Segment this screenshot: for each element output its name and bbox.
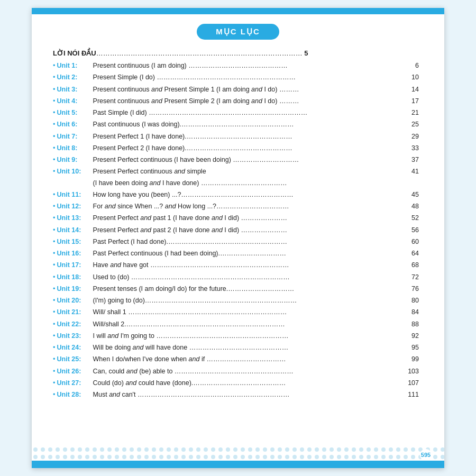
- unit-label: Unit 22:: [57, 319, 93, 330]
- unit-page-number: 64: [411, 248, 419, 259]
- unit-description: Present Simple (I do) …………………………………………………: [93, 72, 410, 83]
- unit-description: Past Simple (I did) ………………………………………………………: [93, 107, 410, 118]
- unit-page-number: 37: [411, 154, 419, 166]
- unit-description: Present Perfect continuous (I have been …: [93, 154, 410, 166]
- page-title: MỤC LỤC: [197, 24, 279, 40]
- bullet-icon: •: [53, 107, 56, 118]
- bullet-icon: •: [53, 295, 56, 306]
- intro-entry: LỜI NÓI ĐẦU………………………………………………………………………………: [53, 49, 419, 57]
- unit-page-number: 99: [411, 354, 419, 365]
- bullet-icon: •: [53, 377, 56, 389]
- unit-list-item: • Unit 20:(I'm) going to (do)………………………………: [53, 295, 419, 306]
- unit-description: Present continuous (I am doing) ………………………: [93, 60, 413, 71]
- unit-page-number: 14: [411, 84, 419, 95]
- unit-description: Have and have got ………………………………………………………: [93, 260, 410, 271]
- unit-label: Unit 14:: [57, 225, 93, 236]
- unit-label: Unit 15:: [57, 236, 93, 248]
- unit-page-number: 29: [411, 131, 419, 142]
- blue-strip: [32, 461, 444, 468]
- unit-description: Present Perfect continuous and simple(I …: [93, 166, 410, 189]
- unit-label: Unit 25:: [57, 354, 93, 365]
- unit-label: Unit 6:: [57, 119, 93, 130]
- bullet-icon: •: [53, 200, 56, 212]
- bullet-icon: •: [53, 365, 56, 377]
- unit-list-item: • Unit 2:Present Simple (I do) …………………………: [53, 71, 419, 83]
- unit-list-item: • Unit 17:Have and have got …………………………………: [53, 259, 419, 271]
- unit-page-number: 56: [411, 225, 419, 236]
- dots-pattern: [32, 446, 444, 461]
- unit-list-item: • Unit 5:Past Simple (I did) ………………………………: [53, 107, 419, 118]
- unit-description: Present Perfect 1 (I have done).………………………: [93, 131, 410, 142]
- unit-label: Unit 19:: [57, 283, 93, 295]
- unit-page-number: 76: [411, 283, 419, 295]
- unit-list-item: • Unit 1:Present continuous (I am doing)…: [53, 60, 419, 71]
- unit-page-number: 107: [408, 378, 419, 389]
- bullet-icon: •: [53, 248, 56, 259]
- unit-list-item: • Unit 14:Present Perfect and past 2 (I …: [53, 224, 419, 236]
- bottom-decoration: [32, 446, 444, 468]
- unit-page-number: 68: [411, 260, 419, 271]
- unit-list-item: • Unit 9:Present Perfect continuous (I h…: [53, 154, 419, 166]
- unit-page-number: 95: [411, 342, 419, 353]
- intro-page: 5: [304, 49, 308, 57]
- intro-dots: ………………………………………………………………………………: [96, 49, 303, 57]
- unit-label: Unit 10:: [57, 166, 93, 177]
- bullet-icon: •: [53, 154, 56, 166]
- bullet-icon: •: [53, 60, 56, 71]
- unit-label: Unit 13:: [57, 213, 93, 224]
- unit-label: Unit 2:: [57, 72, 93, 83]
- unit-label: Unit 18:: [57, 272, 93, 283]
- unit-page-number: 103: [408, 366, 419, 377]
- unit-page-number: 6: [415, 60, 419, 71]
- unit-description: For and since When ...? and How long ...…: [93, 201, 410, 212]
- bullet-icon: •: [53, 84, 56, 95]
- unit-description: Used to (do) ………………………………………………………………: [93, 272, 410, 283]
- unit-label: Unit 20:: [57, 295, 93, 306]
- unit-list-item: • Unit 12:For and since When ...? and Ho…: [53, 200, 419, 212]
- bullet-icon: •: [53, 189, 56, 200]
- unit-label: Unit 9:: [57, 154, 93, 166]
- unit-list-item: • Unit 18:Used to (do) ………………………………………………: [53, 271, 419, 283]
- unit-page-number: 10: [411, 72, 419, 83]
- unit-page-number: 88: [411, 319, 419, 330]
- bullet-icon: •: [53, 131, 56, 142]
- unit-list-item: • Unit 21:Will/ shall 1 ……………………………………………: [53, 306, 419, 318]
- unit-page-number: 72: [411, 272, 419, 283]
- unit-list: • Unit 1:Present continuous (I am doing)…: [53, 60, 419, 400]
- bullet-icon: •: [53, 259, 56, 271]
- unit-list-item: • Unit 11:How long have you (been) ...?……: [53, 189, 419, 200]
- unit-label: Unit 16:: [57, 248, 93, 259]
- unit-description: I will and I'm going to ……………………………………………: [93, 331, 410, 342]
- unit-list-item: • Unit 7:Present Perfect 1 (I have done)…: [53, 131, 419, 142]
- unit-description: Must and can't ……………………………………………………………: [93, 389, 406, 400]
- bullet-icon: •: [53, 118, 56, 130]
- bullet-icon: •: [53, 236, 56, 248]
- unit-description: Past Perfect continuous (I had been doin…: [93, 248, 410, 259]
- unit-description: Past Perfect (I had done).………………………………………: [93, 236, 410, 248]
- unit-list-item: • Unit 19:Present tenses (I am doing/I d…: [53, 283, 419, 295]
- unit-description: Present Perfect 2 (I have done).………………………: [93, 143, 410, 154]
- bullet-icon: •: [53, 142, 56, 154]
- unit-label: Unit 11:: [57, 189, 93, 200]
- unit-label: Unit 4:: [57, 96, 93, 107]
- unit-list-item: • Unit 6:Past continuous (I was doing).……: [53, 118, 419, 130]
- unit-description: (I'm) going to (do)…………………………………………………………: [93, 295, 410, 306]
- unit-label: Unit 12:: [57, 201, 93, 212]
- svg-rect-1: [32, 446, 444, 461]
- bullet-icon: •: [53, 389, 56, 400]
- unit-description: Will be doing and will have done ……………………: [93, 342, 410, 353]
- bullet-icon: •: [53, 271, 56, 283]
- bullet-icon: •: [53, 318, 56, 330]
- unit-page-number: 25: [411, 119, 419, 130]
- unit-description: How long have you (been) ...?………………………………: [93, 189, 410, 200]
- bullet-icon: •: [53, 330, 56, 342]
- unit-page-number: 60: [411, 236, 419, 248]
- unit-page-number: 21: [411, 107, 419, 118]
- unit-description: Will/shall 2.………………………………………………………………: [93, 319, 410, 330]
- unit-page-number: 33: [411, 143, 419, 154]
- bullet-icon: •: [53, 224, 56, 236]
- unit-description: Will/ shall 1 ………………………………………………………………: [93, 307, 410, 318]
- unit-page-number: 41: [411, 166, 419, 177]
- unit-label: Unit 27:: [57, 378, 93, 389]
- intro-label: LỜI NÓI ĐẦU: [53, 49, 96, 57]
